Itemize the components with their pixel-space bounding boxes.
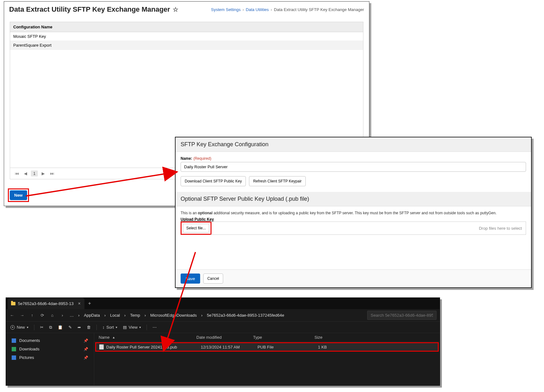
column-header-date[interactable]: Date modified — [196, 335, 253, 340]
toolbar-sort-button[interactable]: ↕Sort▾ — [102, 325, 117, 330]
help-pre: This is an — [181, 211, 198, 215]
toolbar-separator — [96, 325, 97, 330]
column-header-name[interactable]: Name▲ — [99, 335, 196, 340]
name-input[interactable] — [181, 162, 526, 172]
section-title-config: SFTP Key Exchange Configuration — [176, 137, 531, 152]
nav-up-icon[interactable]: ↑ — [29, 313, 35, 318]
chevron-right-icon: › — [242, 7, 244, 12]
upload-section-body: This is an optional additional security … — [176, 206, 531, 240]
new-tab-icon[interactable]: + — [84, 301, 95, 306]
explorer-sidebar: Documents 📌 Downloads 📌 Pictures 📌 — [6, 333, 94, 385]
required-indicator: (Required) — [194, 156, 211, 161]
pager-prev-icon[interactable]: ◀ — [22, 171, 29, 176]
breadcrumb-system-settings[interactable]: System Settings — [211, 7, 241, 12]
pager-first-icon[interactable]: ⏮ — [13, 171, 20, 176]
breadcrumb-current: Data Extract Utility SFTP Key Exchange M… — [274, 7, 364, 12]
file-explorer-window: 5e7652a3-66d6-4dae-8953-13 × + ← → ↑ ⟳ ⌂… — [6, 297, 440, 386]
rename-icon[interactable]: ✎ — [68, 325, 72, 330]
sidebar-item-downloads[interactable]: Downloads 📌 — [9, 345, 91, 353]
toolbar-sort-label: Sort — [107, 325, 114, 330]
path-ellipsis[interactable]: … — [70, 313, 74, 318]
config-name-cell: Mosaic SFTP Key — [13, 34, 46, 39]
config-section-body: Name: (Required) Download Client SFTP Pu… — [176, 152, 531, 192]
share-icon[interactable]: ➦ — [78, 325, 81, 330]
path-segment[interactable]: AppData — [84, 313, 100, 318]
cancel-button[interactable]: Cancel — [203, 274, 223, 284]
name-label: Name: (Required) — [181, 156, 526, 161]
breadcrumb-data-utilities[interactable]: Data Utilities — [246, 7, 269, 12]
explorer-tab[interactable]: 5e7652a3-66d6-4dae-8953-13 × — [8, 298, 84, 309]
column-header-type[interactable]: Type — [253, 335, 297, 340]
toolbar-new-button[interactable]: +New▾ — [10, 325, 28, 330]
favorite-star-icon[interactable]: ☆ — [173, 6, 178, 13]
explorer-filepane: Name▲ Date modified Type Size Daily Rost… — [94, 333, 440, 385]
download-public-key-button[interactable]: Download Client SFTP Public Key — [181, 176, 246, 186]
pin-icon[interactable]: 📌 — [84, 355, 88, 360]
form-footer: Save Cancel — [176, 269, 531, 287]
file-type-cell: PUB File — [258, 345, 302, 349]
toolbar-separator — [147, 325, 147, 330]
upload-public-key-label: Upload Public Key — [181, 217, 526, 222]
home-icon[interactable]: ⌂ — [49, 313, 55, 318]
documents-icon — [12, 338, 16, 343]
cut-icon[interactable]: ✂ — [40, 325, 43, 330]
refresh-keypair-button[interactable]: Refresh Client SFTP Keypair — [249, 176, 306, 186]
sidebar-item-label: Documents — [19, 338, 40, 343]
chevron-right-icon: › — [201, 313, 202, 318]
toolbar-separator — [34, 325, 34, 330]
sidebar-item-documents[interactable]: Documents 📌 — [9, 336, 91, 345]
folder-icon — [11, 302, 15, 305]
view-icon: ▤ — [123, 325, 127, 330]
select-file-button[interactable]: Select file... — [183, 224, 209, 233]
toolbar-view-button[interactable]: ▤View▾ — [123, 325, 141, 330]
chevron-right-icon: › — [271, 7, 272, 12]
column-header-configuration-name[interactable]: Configuration Name — [10, 22, 363, 32]
file-date-cell: 12/13/2024 11:57 AM — [201, 345, 258, 349]
pin-icon[interactable]: 📌 — [84, 338, 88, 343]
page-title: Data Extract Utility SFTP Key Exchange M… — [9, 5, 178, 14]
nav-refresh-icon[interactable]: ⟳ — [39, 313, 45, 318]
breadcrumb: System Settings › Data Utilities › Data … — [211, 7, 364, 12]
upload-help-text: This is an optional additional security … — [181, 211, 526, 215]
pin-icon[interactable]: 📌 — [84, 347, 88, 351]
explorer-search-input[interactable] — [367, 311, 437, 320]
pager-page-number: 1 — [31, 170, 38, 176]
chevron-down-icon: ▾ — [116, 326, 117, 329]
copy-icon[interactable]: ⧉ — [49, 325, 52, 330]
sidebar-item-pictures[interactable]: Pictures 📌 — [9, 353, 91, 362]
path-segment[interactable]: Local — [110, 313, 120, 318]
chevron-right-icon: › — [104, 313, 106, 318]
name-label-text: Name: — [181, 156, 192, 161]
save-button[interactable]: Save — [181, 274, 200, 284]
column-header-size[interactable]: Size — [297, 335, 329, 340]
pictures-icon — [12, 355, 16, 360]
sort-asc-icon: ▲ — [112, 336, 115, 339]
section-title-upload: Optional SFTP Server Public Key Upload (… — [176, 192, 531, 206]
pager-next-icon[interactable]: ▶ — [40, 171, 47, 176]
pager-last-icon[interactable]: ⏭ — [49, 171, 55, 176]
file-drop-area[interactable]: Drop files here to select — [211, 222, 526, 235]
table-row[interactable]: Mosaic SFTP Key — [10, 32, 363, 41]
select-file-highlight: Select file... — [181, 222, 211, 235]
nav-forward-icon[interactable]: → — [19, 313, 25, 318]
config-name-cell: ParentSquare Export — [13, 43, 51, 48]
column-headers: Name▲ Date modified Type Size — [94, 333, 440, 342]
help-bold: optional — [198, 211, 213, 215]
table-row[interactable]: ParentSquare Export — [10, 41, 363, 50]
downloads-icon — [12, 347, 16, 351]
help-post: additional security measure, and is for … — [212, 211, 496, 215]
delete-icon[interactable]: 🗑 — [87, 325, 91, 330]
file-row-selected[interactable]: Daily Roster Pull Server 20241213.pub 12… — [96, 343, 438, 351]
path-segment[interactable]: 5e7652a3-66d6-4dae-8953-137245fed64e — [207, 313, 284, 318]
nav-back-icon[interactable]: ← — [9, 313, 15, 318]
new-button-highlight: New — [8, 188, 29, 202]
path-segment[interactable]: MicrosoftEdgeDownloads — [150, 313, 197, 318]
path-segment[interactable]: Temp — [130, 313, 140, 318]
close-tab-icon[interactable]: × — [78, 301, 80, 306]
toolbar-new-label: New — [17, 325, 25, 330]
sftp-config-form-panel: SFTP Key Exchange Configuration Name: (R… — [175, 137, 532, 288]
new-button[interactable]: New — [10, 190, 27, 200]
explorer-tabbar: 5e7652a3-66d6-4dae-8953-13 × + — [6, 298, 440, 309]
more-icon[interactable]: ⋯ — [153, 325, 157, 330]
paste-icon[interactable]: 📋 — [58, 325, 63, 330]
